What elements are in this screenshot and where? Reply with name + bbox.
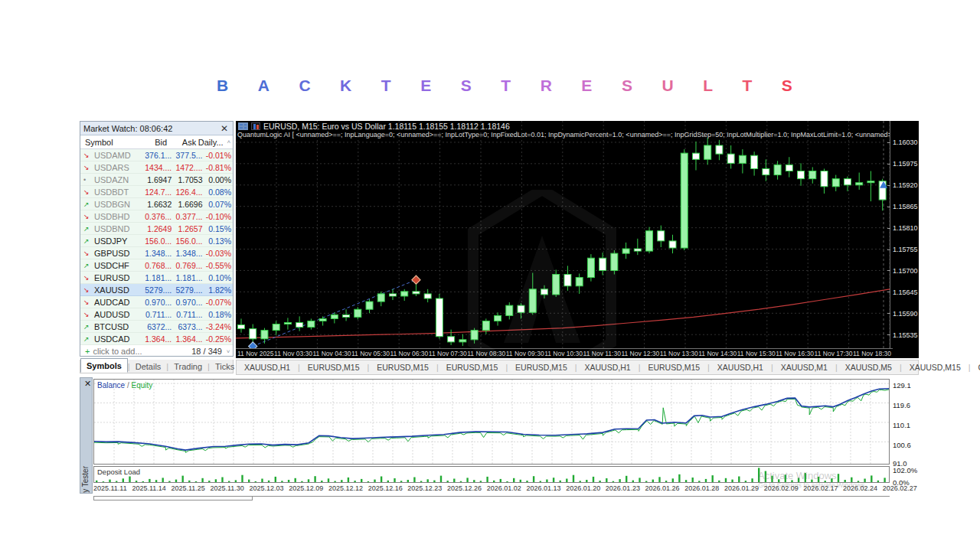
symbol-row-btcusd[interactable]: ↗BTCUSD6372...6373...-3.24% xyxy=(80,321,233,333)
ask-value: 1.348... xyxy=(172,249,202,258)
deposit-max-label: 102.0% xyxy=(893,466,917,474)
deposit-load-panel[interactable]: Deposit Load xyxy=(93,466,890,483)
daily-change-value: -0.81% xyxy=(203,163,234,172)
close-icon[interactable]: ✕ xyxy=(219,124,230,133)
price-tick xyxy=(887,207,890,207)
date-label-2026.01.26: 2026.01.26 xyxy=(645,484,680,492)
price-scale[interactable]: 1.160301.159751.159201.158651.158101.157… xyxy=(890,121,919,348)
add-symbol-row[interactable]: + click to add... 18 / 349 ˅ xyxy=(80,345,233,357)
market-watch-rows: ↘USDAMD376.1...377.5...-0.01%↘USDARS1434… xyxy=(80,149,233,345)
symbol-cell: ↘XAUUSD xyxy=(80,285,139,295)
symbol-row-eurusd[interactable]: ↘EURUSD1.181...1.181...0.10% xyxy=(80,272,233,284)
symbol-row-audusd[interactable]: ↘AUDUSD0.711...0.711...0.18% xyxy=(80,308,233,321)
symbol-row-usdbdt[interactable]: ↘USDBDT124.7...126.4...0.08% xyxy=(80,186,233,198)
price-tick xyxy=(887,249,890,250)
symbol-name: GBPUSD xyxy=(94,249,129,258)
chart-tab-10-xauusd-m15[interactable]: XAUUSD,M15 xyxy=(902,363,969,372)
trend-up-icon: ↗ xyxy=(83,323,91,331)
column-bid[interactable]: Bid xyxy=(136,138,167,147)
daily-change-value: -0.10% xyxy=(203,212,234,221)
chart-tab-6-eurusd-m15[interactable]: EURUSD,M15 xyxy=(640,363,707,372)
tab-symbols[interactable]: Symbols xyxy=(80,358,128,373)
close-icon[interactable]: ✕ xyxy=(83,379,93,388)
symbol-counter: 18 / 349 xyxy=(191,347,224,356)
symbol-row-usdbgn[interactable]: ↗USDBGN1.66321.66960.07% xyxy=(80,198,233,210)
title-letter-t-13: T xyxy=(742,77,752,95)
price-label-1.15810: 1.15810 xyxy=(893,224,918,232)
chart-tab-2-eurusd-m15[interactable]: EURUSD,M15 xyxy=(369,363,436,372)
bid-value: 1.6947 xyxy=(139,175,172,184)
trend-up-icon: ↗ xyxy=(83,201,91,208)
chart-tab-7-xauusd-h1[interactable]: XAUUSD,H1 xyxy=(710,363,771,372)
symbol-name: USDCAD xyxy=(94,334,129,344)
ask-value: 1.7053 xyxy=(172,175,202,184)
trend-flat-icon: • xyxy=(83,176,91,184)
price-tick xyxy=(887,292,890,292)
symbol-name: USDAZN xyxy=(94,175,129,184)
symbol-cell: ↗USDCHF xyxy=(80,261,139,270)
market-watch-column-headers: Symbol Bid Ask Daily... ˄ xyxy=(80,135,233,149)
symbol-row-usdjpy[interactable]: ↗USDJPY156.0...156.0...0.13% xyxy=(80,235,233,247)
chart-tab-8-xauusd-m1[interactable]: XAUUSD,M1 xyxy=(773,363,835,372)
daily-change-value: 0.00% xyxy=(203,175,234,184)
symbol-row-gbpusd[interactable]: ↘GBPUSD1.348...1.348...-0.03% xyxy=(80,247,233,259)
bid-value: 1.181... xyxy=(139,273,172,282)
price-label-1.15975: 1.15975 xyxy=(893,160,918,168)
date-label-2025.12.26: 2025.12.26 xyxy=(447,484,482,492)
equity-curve-panel[interactable]: Balance / Equity xyxy=(93,379,890,465)
candlestick-icon xyxy=(251,122,260,130)
symbol-row-usdazn[interactable]: •USDAZN1.69471.70530.00% xyxy=(80,174,233,186)
symbol-row-usdars[interactable]: ↘USDARS1434....1472....-0.81% xyxy=(80,161,233,174)
time-label-11-Nov-17-30: 11 Nov 17:30 xyxy=(815,350,853,358)
add-symbol-label[interactable]: click to add... xyxy=(93,347,142,356)
daily-change-value: 0.18% xyxy=(203,310,234,319)
bid-value: 0.711... xyxy=(139,310,172,319)
time-label-11-Nov-07-30: 11 Nov 07:30 xyxy=(429,350,467,358)
symbol-cell: ↘USDBHD xyxy=(80,212,139,221)
title-letter-b-0: B xyxy=(217,77,228,95)
chart-title: EURUSD, M15: Euro vs US Dollar 1.18115 1… xyxy=(263,122,510,131)
column-daily[interactable]: Daily... xyxy=(196,138,224,147)
price-label-1.15535: 1.15535 xyxy=(893,331,918,339)
chart-tab-9-xauusd-m5[interactable]: XAUUSD,M5 xyxy=(838,363,900,372)
scroll-up-icon[interactable]: ˄ xyxy=(225,139,233,145)
symbol-row-xauusd[interactable]: ↘XAUUSD5279....5279....1.82% xyxy=(80,284,233,296)
symbol-row-usdamd[interactable]: ↘USDAMD376.1...377.5...-0.01% xyxy=(80,149,233,161)
deposit-load-label: Deposit Load xyxy=(97,468,140,476)
tab-trading[interactable]: Trading xyxy=(168,360,207,373)
date-label-2025.11.14: 2025.11.14 xyxy=(132,484,165,492)
symbol-row-audcad[interactable]: ↘AUDCAD0.970...0.970...-0.07% xyxy=(80,296,233,308)
price-label-1.15645: 1.15645 xyxy=(893,289,918,296)
bid-value: 156.0... xyxy=(139,236,172,246)
scroll-down-icon[interactable]: ˅ xyxy=(224,348,233,355)
bid-value: 1.2649 xyxy=(139,224,172,233)
symbol-cell: ↗BTCUSD xyxy=(80,322,139,331)
page-title: BACKTESTRESULTS xyxy=(217,77,792,95)
date-label-2026.02.17: 2026.02.17 xyxy=(803,484,838,492)
chart-tab-0-xauusd-h1[interactable]: XAUUSD,H1 xyxy=(237,363,298,372)
equity-legend: Balance / Equity xyxy=(97,381,152,390)
time-label-11-Nov-2025: 11 Nov 2025 xyxy=(237,350,274,358)
symbol-row-usdbhd[interactable]: ↘USDBHD0.376...0.377...-0.10% xyxy=(80,210,233,223)
tab-details[interactable]: Details xyxy=(130,360,167,373)
date-label-2025.12.16: 2025.12.16 xyxy=(368,484,403,492)
title-letter-a-1: A xyxy=(258,77,270,95)
date-label-2026.01.20: 2026.01.20 xyxy=(566,484,600,492)
symbol-row-usdcad[interactable]: ↗USDCAD1.364...1.364...-0.25% xyxy=(80,333,233,345)
symbol-row-usdchf[interactable]: ↗USDCHF0.768...0.769...-0.55% xyxy=(80,259,233,272)
symbol-name: BTCUSD xyxy=(94,322,129,331)
price-label-1.15700: 1.15700 xyxy=(893,267,918,275)
column-ask[interactable]: Ask xyxy=(167,138,196,147)
price-chart-panel[interactable]: EURUSD, M15: Euro vs US Dollar 1.18115 1… xyxy=(236,121,919,358)
time-label-11-Nov-12-30: 11 Nov 12:30 xyxy=(621,350,659,358)
chart-tab-1-eurusd-m15[interactable]: EURUSD,M15 xyxy=(300,363,368,372)
bid-value: 1.348... xyxy=(139,249,172,258)
symbol-row-usdbnd[interactable]: ↗USDBND1.26491.26570.15% xyxy=(80,223,233,235)
ask-value: 0.377... xyxy=(172,212,202,221)
plus-icon[interactable]: + xyxy=(80,347,93,356)
price-tick xyxy=(887,228,890,229)
chart-tab-11-gbpusd-m1[interactable]: GBPUSD,M1 xyxy=(970,363,980,372)
symbol-cell: ↘USDARS xyxy=(80,163,139,172)
column-symbol[interactable]: Symbol xyxy=(80,138,136,147)
symbol-cell: ↘AUDCAD xyxy=(80,298,139,307)
